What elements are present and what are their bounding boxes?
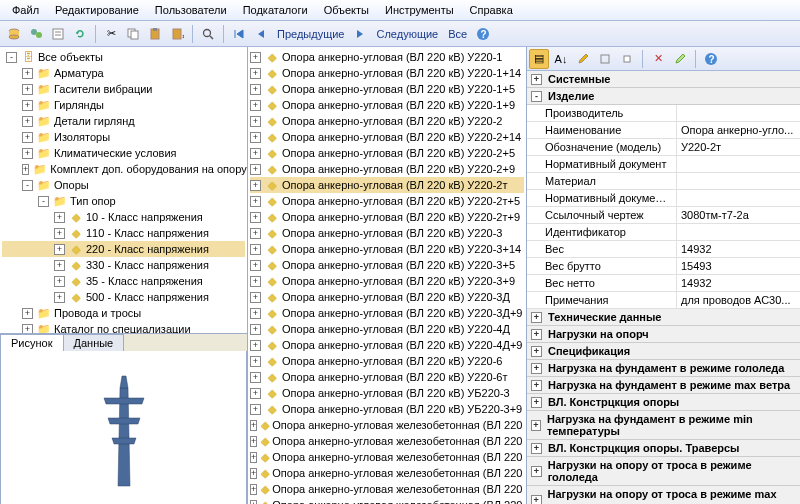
prop-group[interactable]: +Технические данные	[527, 309, 800, 326]
list-item[interactable]: +◆Опора анкерно-угловая (ВЛ 220 кВ) У220…	[250, 241, 524, 257]
prop-value[interactable]: Опора анкерно-угло...	[677, 122, 800, 138]
expand-icon[interactable]: +	[250, 500, 257, 505]
list-item[interactable]: +◆Опора анкерно-угловая (ВЛ 220 кВ) У220…	[250, 289, 524, 305]
expand-icon[interactable]: +	[531, 312, 542, 323]
prop-row[interactable]: Производитель	[527, 105, 800, 122]
expand-icon[interactable]: +	[531, 363, 542, 374]
tree-item[interactable]: +◆10 - Класс напряжения	[2, 209, 245, 225]
list-item[interactable]: +◆Опора анкерно-угловая (ВЛ 220 кВ) У220…	[250, 209, 524, 225]
list-item[interactable]: +◆Опора анкерно-угловая (ВЛ 220 кВ) У220…	[250, 337, 524, 353]
expand-icon[interactable]: +	[22, 84, 33, 95]
expand-icon[interactable]: +	[250, 84, 261, 95]
expand-icon[interactable]: +	[531, 74, 542, 85]
nav-prev-label[interactable]: Предыдущие	[273, 28, 348, 40]
prop-group[interactable]: +Спецификация	[527, 343, 800, 360]
tool-notes-icon[interactable]	[48, 24, 68, 44]
expand-icon[interactable]: -	[531, 91, 542, 102]
prop-row[interactable]: НаименованиеОпора анкерно-угло...	[527, 122, 800, 139]
prop-value[interactable]	[677, 173, 800, 189]
expand-icon[interactable]: +	[250, 356, 261, 367]
nav-all-label[interactable]: Все	[444, 28, 471, 40]
expand-icon[interactable]: +	[250, 228, 261, 239]
expand-icon[interactable]: +	[250, 292, 261, 303]
list-item[interactable]: +◆Опора анкерно-угловая (ВЛ 220 кВ) У220…	[250, 305, 524, 321]
list-item[interactable]: +◆Опора анкерно-угловая железобетонная (…	[250, 465, 524, 481]
expand-icon[interactable]: +	[250, 148, 261, 159]
tool-paste-icon[interactable]	[145, 24, 165, 44]
nav-next-icon[interactable]	[350, 24, 370, 44]
menu-Справка[interactable]: Справка	[462, 2, 521, 18]
prop-row[interactable]: Ссылочный чертеж3080тм-т7-2а	[527, 207, 800, 224]
expand-icon[interactable]: +	[250, 132, 261, 143]
expand-icon[interactable]: +	[250, 388, 261, 399]
tree-item[interactable]: +📁Гирлянды	[2, 97, 245, 113]
list-item[interactable]: +◆Опора анкерно-угловая железобетонная (…	[250, 481, 524, 497]
prop-row[interactable]: Вес14932	[527, 241, 800, 258]
expand-icon[interactable]: +	[22, 100, 33, 111]
expand-icon[interactable]: +	[250, 68, 261, 79]
tree-item[interactable]: +📁Каталог по специализации	[2, 321, 245, 333]
tree-item[interactable]: +◆220 - Класс напряжения	[2, 241, 245, 257]
tree-item[interactable]: +📁Гасители вибрации	[2, 81, 245, 97]
expand-icon[interactable]: +	[531, 466, 542, 477]
expand-icon[interactable]: +	[22, 148, 33, 159]
prop-row[interactable]: Вес нетто14932	[527, 275, 800, 292]
object-tree[interactable]: -🗄Все объекты+📁Арматура+📁Гасители вибрац…	[0, 47, 247, 333]
prop-value[interactable]	[677, 105, 800, 121]
expand-icon[interactable]: +	[250, 372, 261, 383]
expand-icon[interactable]: -	[6, 52, 17, 63]
expand-icon[interactable]: +	[54, 260, 65, 271]
tree-item[interactable]: +◆330 - Класс напряжения	[2, 257, 245, 273]
prop-value[interactable]	[677, 224, 800, 240]
tool-db-icon[interactable]	[4, 24, 24, 44]
list-item[interactable]: +◆Опора анкерно-угловая (ВЛ 220 кВ) У220…	[250, 49, 524, 65]
props-sort-icon[interactable]: A↓	[551, 49, 571, 69]
expand-icon[interactable]: +	[54, 212, 65, 223]
tree-item[interactable]: +📁Детали гирлянд	[2, 113, 245, 129]
expand-icon[interactable]: +	[22, 324, 33, 334]
expand-icon[interactable]: +	[531, 380, 542, 391]
prop-row[interactable]: Нормативный документ на материал	[527, 190, 800, 207]
list-item[interactable]: +◆Опора анкерно-угловая (ВЛ 220 кВ) У220…	[250, 193, 524, 209]
expand-icon[interactable]: +	[54, 292, 65, 303]
list-item[interactable]: +◆Опора анкерно-угловая (ВЛ 220 кВ) У220…	[250, 321, 524, 337]
list-item[interactable]: +◆Опора анкерно-угловая (ВЛ 220 кВ) У220…	[250, 129, 524, 145]
expand-icon[interactable]: +	[531, 443, 542, 454]
tab-data[interactable]: Данные	[63, 334, 125, 351]
list-item[interactable]: +◆Опора анкерно-угловая (ВЛ 220 кВ) У220…	[250, 81, 524, 97]
expand-icon[interactable]: +	[250, 468, 257, 479]
expand-icon[interactable]: +	[250, 180, 261, 191]
tool-copy-icon[interactable]	[123, 24, 143, 44]
tree-item[interactable]: -📁Опоры	[2, 177, 245, 193]
menu-Редактирование[interactable]: Редактирование	[47, 2, 147, 18]
menu-Инструменты[interactable]: Инструменты	[377, 2, 462, 18]
list-item[interactable]: +◆Опора анкерно-угловая (ВЛ 220 кВ) У220…	[250, 145, 524, 161]
tree-item[interactable]: +📁Климатические условия	[2, 145, 245, 161]
prop-group[interactable]: -Изделие	[527, 88, 800, 105]
expand-icon[interactable]: +	[250, 260, 261, 271]
list-item[interactable]: +◆Опора анкерно-угловая (ВЛ 220 кВ) У220…	[250, 177, 524, 193]
prop-row[interactable]: Идентификатор	[527, 224, 800, 241]
expand-icon[interactable]: +	[250, 196, 261, 207]
tree-item[interactable]: +◆35 - Класс напряжения	[2, 273, 245, 289]
list-item[interactable]: +◆Опора анкерно-угловая (ВЛ 220 кВ) У220…	[250, 161, 524, 177]
expand-icon[interactable]: +	[54, 244, 65, 255]
props-filter-icon[interactable]	[595, 49, 615, 69]
prop-value[interactable]	[677, 190, 800, 206]
prop-value[interactable]: У220-2т	[677, 139, 800, 155]
menu-Подкаталоги[interactable]: Подкаталоги	[235, 2, 316, 18]
expand-icon[interactable]: +	[250, 324, 261, 335]
expand-icon[interactable]: +	[250, 276, 261, 287]
tree-item[interactable]: -🗄Все объекты	[2, 49, 245, 65]
tool-paste-special-icon[interactable]: ✱	[167, 24, 187, 44]
expand-icon[interactable]: -	[38, 196, 49, 207]
prop-group[interactable]: +ВЛ. Констрцкция опоры. Траверсы	[527, 440, 800, 457]
expand-icon[interactable]: +	[250, 420, 257, 431]
list-item[interactable]: +◆Опора анкерно-угловая (ВЛ 220 кВ) УБ22…	[250, 401, 524, 417]
list-item[interactable]: +◆Опора анкерно-угловая (ВЛ 220 кВ) У220…	[250, 225, 524, 241]
nav-next-label[interactable]: Следующие	[372, 28, 442, 40]
tool-refresh-icon[interactable]	[70, 24, 90, 44]
object-list[interactable]: +◆Опора анкерно-угловая (ВЛ 220 кВ) У220…	[248, 47, 527, 504]
prop-group[interactable]: +ВЛ. Констрцкция опоры	[527, 394, 800, 411]
properties-grid[interactable]: +Системные-ИзделиеПроизводительНаименова…	[527, 71, 800, 504]
